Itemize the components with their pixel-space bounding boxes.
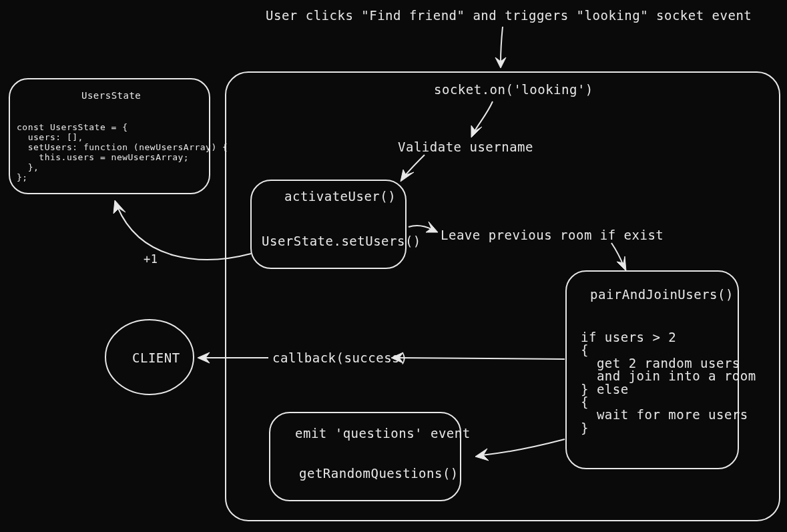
activateuser-line1: activateUser() — [284, 189, 396, 204]
pairjoin-header: pairAndJoinUsers() — [590, 287, 734, 302]
diagram-canvas: User clicks "Find friend" and triggers "… — [0, 0, 787, 532]
arrow-pair-to-callback — [391, 352, 565, 363]
leave-prev-text: Leave previous room if exist — [441, 228, 664, 242]
svg-overlay — [0, 0, 787, 532]
arrow-leave-to-pair — [611, 243, 626, 271]
arrow-activate-to-usersstate — [113, 200, 251, 260]
arrow-validate-to-activate — [401, 155, 425, 182]
title-text: User clicks "Find friend" and triggers "… — [266, 8, 752, 23]
arrow-callback-to-client — [198, 352, 268, 363]
validate-text: Validate username — [398, 140, 533, 154]
arrow-activate-to-leave — [409, 222, 438, 232]
emit-line1: emit 'questions' event — [295, 426, 471, 441]
activateuser-line2: UserState.setUsers() — [262, 234, 421, 248]
arrow-title-to-box — [495, 27, 506, 68]
socket-on-text: socket.on('looking') — [434, 82, 593, 97]
arrow-socket-to-validate — [471, 101, 493, 138]
usersstate-code: const UsersState = { users: [], setUsers… — [17, 123, 228, 183]
pairjoin-body: if users > 2 { get 2 random users and jo… — [581, 331, 756, 435]
emit-line2: getRandomQuestions() — [299, 466, 459, 481]
arrow-pair-to-emit — [475, 439, 565, 461]
usersstate-header: UsersState — [81, 90, 141, 101]
callback-text: callback(success) — [272, 350, 408, 365]
client-text: CLIENT — [132, 350, 180, 365]
plus-one: +1 — [144, 252, 158, 266]
